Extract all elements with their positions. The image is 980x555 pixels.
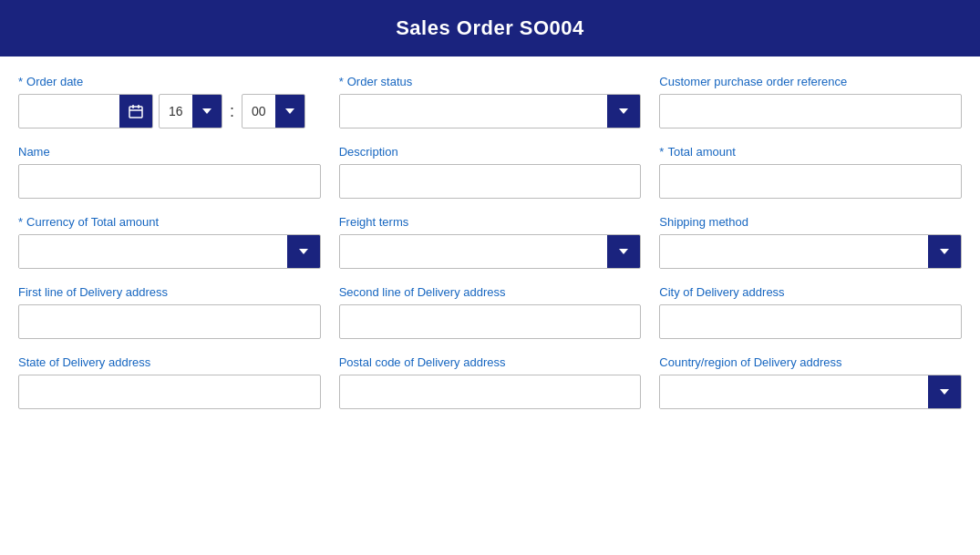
order-date-input[interactable]: 2/4/2016 xyxy=(19,97,119,126)
total-amount-input[interactable]: 350 xyxy=(659,164,962,199)
customer-po-ref-input[interactable] xyxy=(659,94,962,128)
hour-select: 16 xyxy=(159,94,222,128)
chevron-down-icon xyxy=(619,249,628,254)
form-row-1: *Order date 2/4/2016 xyxy=(18,75,962,128)
delivery-postal-group: Postal code of Delivery address 80001 xyxy=(339,355,642,409)
page: Sales Order SO004 *Order date 2/4/2016 xyxy=(0,0,980,555)
delivery-line2-input[interactable]: APT 723 xyxy=(339,304,642,339)
delivery-country-label: Country/region of Delivery address xyxy=(659,355,962,369)
freight-terms-label: Freight terms xyxy=(339,215,642,229)
hour-dropdown-button[interactable] xyxy=(192,95,222,128)
delivery-line2-label: Second line of Delivery address xyxy=(339,285,642,299)
shipping-method-group: Shipping method AirBorne xyxy=(659,215,962,269)
required-star: * xyxy=(659,145,664,159)
shipping-method-dropdown: AirBorne xyxy=(659,234,962,269)
delivery-city-input[interactable]: Colorado xyxy=(659,304,962,339)
form-row-2: Name Lynn Haney Description Tricia Hess … xyxy=(18,145,962,199)
delivery-line2-group: Second line of Delivery address APT 723 xyxy=(339,285,642,339)
order-date-inner: 2/4/2016 16 xyxy=(18,94,321,128)
minute-dropdown-button[interactable] xyxy=(275,95,304,128)
name-group: Name Lynn Haney xyxy=(18,145,321,199)
freight-terms-dropdown-button[interactable] xyxy=(607,235,640,268)
currency-group: *Currency of Total amount USD xyxy=(18,215,321,269)
chevron-down-icon xyxy=(202,108,211,114)
currency-label: *Currency of Total amount xyxy=(18,215,321,229)
description-group: Description Tricia Hess xyxy=(339,145,642,199)
order-status-input[interactable]: Invoice xyxy=(340,95,608,128)
date-group: 2/4/2016 xyxy=(18,94,153,128)
name-label: Name xyxy=(18,145,321,159)
form-body: *Order date 2/4/2016 xyxy=(0,57,980,444)
delivery-state-group: State of Delivery address CO xyxy=(18,355,321,409)
total-amount-group: *Total amount 350 xyxy=(659,145,962,199)
delivery-line1-group: First line of Delivery address 123 Gray … xyxy=(18,285,321,339)
minute-value: 00 xyxy=(242,95,275,128)
chevron-down-icon xyxy=(285,108,294,114)
freight-terms-dropdown: FOB xyxy=(339,234,642,269)
shipping-method-input[interactable]: AirBorne xyxy=(660,235,928,268)
currency-dropdown-button[interactable] xyxy=(287,235,320,268)
description-label: Description xyxy=(339,145,642,159)
delivery-country-dropdown: US xyxy=(659,375,962,409)
hour-value: 16 xyxy=(160,95,192,128)
page-title: Sales Order SO004 xyxy=(0,0,980,57)
delivery-city-group: City of Delivery address Colorado xyxy=(659,285,962,339)
delivery-postal-label: Postal code of Delivery address xyxy=(339,355,642,369)
shipping-method-label: Shipping method xyxy=(659,215,962,229)
currency-input[interactable]: USD xyxy=(19,235,287,268)
order-status-label: *Order status xyxy=(339,75,642,88)
required-star: * xyxy=(18,75,23,88)
delivery-line1-input[interactable]: 123 Gray Rd xyxy=(18,304,321,339)
required-star: * xyxy=(18,215,23,229)
form-row-3: *Currency of Total amount USD Freight te… xyxy=(18,215,962,269)
chevron-down-icon xyxy=(299,249,308,254)
delivery-country-input[interactable]: US xyxy=(660,375,928,408)
delivery-country-group: Country/region of Delivery address US xyxy=(659,355,962,409)
delivery-state-label: State of Delivery address xyxy=(18,355,321,369)
order-status-dropdown: Invoice xyxy=(339,94,642,128)
required-star: * xyxy=(339,75,344,88)
svg-rect-0 xyxy=(129,107,142,118)
chevron-down-icon xyxy=(619,108,628,114)
delivery-state-input[interactable]: CO xyxy=(18,375,321,409)
delivery-line1-label: First line of Delivery address xyxy=(18,285,321,299)
freight-terms-group: Freight terms FOB xyxy=(339,215,642,269)
order-date-group: *Order date 2/4/2016 xyxy=(18,75,321,128)
customer-po-ref-group: Customer purchase order reference xyxy=(659,75,962,128)
calendar-icon xyxy=(129,104,143,118)
order-date-label: *Order date xyxy=(18,75,321,88)
form-row-4: First line of Delivery address 123 Gray … xyxy=(18,285,962,339)
order-status-group: *Order status Invoice xyxy=(339,75,642,128)
freight-terms-input[interactable]: FOB xyxy=(340,235,608,268)
form-row-5: State of Delivery address CO Postal code… xyxy=(18,355,962,409)
currency-dropdown: USD xyxy=(18,234,321,269)
minute-select: 00 xyxy=(242,94,305,128)
delivery-country-dropdown-button[interactable] xyxy=(928,375,961,408)
customer-po-ref-label: Customer purchase order reference xyxy=(659,75,962,88)
calendar-button[interactable] xyxy=(119,94,152,128)
shipping-method-dropdown-button[interactable] xyxy=(928,235,961,268)
delivery-city-label: City of Delivery address xyxy=(659,285,962,299)
order-status-dropdown-button[interactable] xyxy=(607,95,640,128)
name-input[interactable]: Lynn Haney xyxy=(18,164,321,199)
chevron-down-icon xyxy=(940,389,949,395)
chevron-down-icon xyxy=(940,249,949,254)
delivery-postal-input[interactable]: 80001 xyxy=(339,375,642,409)
description-input[interactable]: Tricia Hess xyxy=(339,164,642,199)
time-colon: : xyxy=(228,102,236,121)
total-amount-label: *Total amount xyxy=(659,145,962,159)
